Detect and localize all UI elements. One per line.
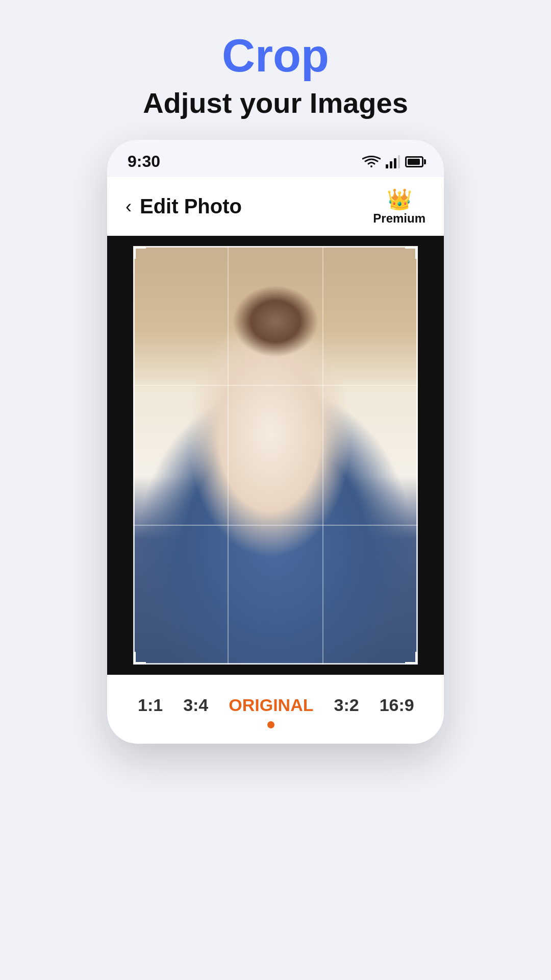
photo-figure xyxy=(133,246,418,665)
ratio-label-16-9: 16:9 xyxy=(380,695,414,715)
battery-icon xyxy=(405,156,423,167)
status-icons xyxy=(362,155,423,168)
wifi-icon xyxy=(362,155,381,168)
ratio-label-original: ORIGINAL xyxy=(229,695,313,715)
status-time: 9:30 xyxy=(128,152,160,171)
crown-icon: 👑 xyxy=(387,187,412,211)
ratio-dot-original xyxy=(267,721,274,728)
ratio-label-3-2: 3:2 xyxy=(334,695,359,715)
ratio-item-3-2[interactable]: 3:2 xyxy=(324,690,369,733)
svg-rect-2 xyxy=(394,158,396,168)
ratio-item-1-1[interactable]: 1:1 xyxy=(128,690,173,733)
ratio-options: 1:1 3:4 ORIGINAL 3:2 16:9 xyxy=(117,690,434,733)
ratio-label-3-4: 3:4 xyxy=(183,695,208,715)
svg-rect-3 xyxy=(398,155,400,168)
ratio-item-original[interactable]: ORIGINAL xyxy=(218,690,323,733)
page-title: Crop xyxy=(143,31,408,81)
ratio-label-1-1: 1:1 xyxy=(138,695,163,715)
ratio-item-3-4[interactable]: 3:4 xyxy=(173,690,218,733)
back-arrow-icon: ‹ xyxy=(126,196,132,217)
photo-container[interactable] xyxy=(133,246,418,665)
status-bar: 9:30 xyxy=(107,140,444,177)
svg-rect-0 xyxy=(386,164,388,168)
ratio-bar: 1:1 3:4 ORIGINAL 3:2 16:9 xyxy=(107,675,444,744)
app-header: ‹ Edit Photo 👑 Premium xyxy=(107,177,444,236)
ratio-item-16-9[interactable]: 16:9 xyxy=(369,690,424,733)
phone-shell: 9:30 ‹ Edit Photo � xyxy=(107,140,444,744)
photo-image xyxy=(133,246,418,665)
signal-icon xyxy=(386,155,400,168)
back-button[interactable]: ‹ Edit Photo xyxy=(126,195,242,218)
page-subtitle: Adjust your Images xyxy=(143,86,408,119)
page-header: Crop Adjust your Images xyxy=(143,31,408,119)
header-title: Edit Photo xyxy=(140,195,242,218)
premium-button[interactable]: 👑 Premium xyxy=(373,187,425,226)
svg-rect-1 xyxy=(390,161,392,168)
photo-area xyxy=(107,236,444,675)
premium-label: Premium xyxy=(373,211,425,226)
